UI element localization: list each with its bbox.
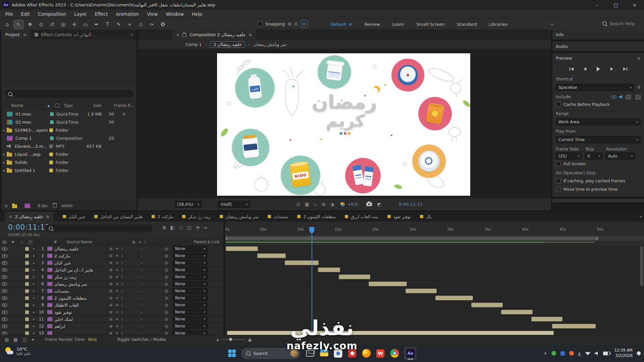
track-row-3[interactable] [225,259,644,266]
skip-dropdown[interactable]: 0▾ [585,153,603,160]
layer-bar-12[interactable] [552,324,595,328]
collapse-transformations-switch-icon[interactable]: ⊞ [109,275,112,279]
pickwhip-icon[interactable]: ◎ [163,275,170,279]
input-language-indicator[interactable]: ع [578,351,581,356]
parent-link-dropdown[interactable]: None▾ [172,330,208,336]
expand-icon[interactable]: ▸ [31,331,37,335]
quality-switch-icon[interactable]: \ [121,268,123,272]
expand-icon[interactable]: ▸ [31,247,37,250]
layer-bar-8[interactable] [435,296,473,300]
track-row-12[interactable] [225,323,644,330]
panel-scrollbar[interactable] [61,204,73,207]
quality-switch-icon[interactable]: \ [121,296,123,300]
menu-item-0[interactable]: File [1,11,17,17]
quality-switch-icon[interactable]: \ [121,275,123,279]
workspace-tab-review[interactable]: Review [364,22,380,27]
motion-blur-switch-icon[interactable]: ✦ [115,310,118,314]
after-effects-taskbar-button[interactable]: Ae [404,347,417,360]
delete-icon[interactable] [53,204,57,208]
start-button[interactable] [227,349,236,358]
layer-color-chip[interactable] [25,275,29,279]
timeline-tab-10[interactable]: بال [420,214,431,219]
layer-bar-4[interactable] [318,267,340,272]
tab-project[interactable]: Project ≡ [1,29,31,40]
track-row-1[interactable] [225,245,644,252]
menu-item-3[interactable]: Layer [70,11,91,17]
tray-green-app-icon[interactable] [551,351,556,356]
eye-icon[interactable] [0,317,9,321]
frame-blending-icon[interactable]: ◫ [187,225,192,230]
timeline-divider[interactable] [223,222,225,335]
work-area-bar[interactable] [226,237,598,240]
source-name-column[interactable]: Source Name [59,240,132,244]
previous-frame-button[interactable] [580,65,590,73]
next-frame-button[interactable] [607,65,617,73]
timeline-tab-2[interactable]: هايبر البستان من الداخل [94,214,143,219]
expand-layer-switches-icon[interactable]: ▤ [5,337,9,342]
collapse-transformations-switch-icon[interactable]: ⊞ [109,268,112,272]
menu-item-2[interactable]: Composition [34,11,70,17]
workspace-tab-learn[interactable]: Learn [392,22,404,27]
eye-icon[interactable] [0,254,9,258]
breadcrumb-comp1[interactable]: Comp 1 [185,42,202,47]
mode-cell[interactable]: - [133,324,150,329]
motion-blur-switch-icon[interactable]: ✦ [115,296,118,300]
render-settings-icon[interactable]: ✦ [31,337,35,342]
toggle-switches-modes-button[interactable]: Toggle Switches / Modes [117,337,166,342]
time-ruler[interactable]: :00s05s10s15s20s25s30s35s40s45s50s [225,227,644,236]
panel-overflow-icon[interactable]: » [130,32,137,37]
timeline-tab-0[interactable]: ×خلفيه رمضاان 2≡ [5,212,54,222]
parent-link-dropdown[interactable]: None▾ [172,274,208,280]
parent-link-dropdown[interactable]: None▾ [172,267,208,273]
preview-panel-header[interactable]: Preview ≡ [552,53,644,63]
breadcrumb-comp3[interactable]: تمر ويامش رمضان [254,42,286,47]
workspace-tab-default[interactable]: Default≡ [330,22,352,27]
collapse-transformations-switch-icon[interactable]: ⊞ [109,254,112,258]
roto-brush-tool-icon[interactable]: ✑ [147,20,156,29]
project-row-3[interactable]: Comp 1Composition25 [1,134,137,142]
parent-link-dropdown[interactable]: None▾ [172,302,208,308]
camera-orbit-tool-icon[interactable]: ◎ [59,20,68,29]
draft-3d-icon[interactable]: ◧ [170,225,175,230]
mode-cell[interactable]: - [133,331,150,336]
layer-row-6[interactable]: ▸6تمر ويامش رمضان⊞✦\-◎None▾ [0,281,223,288]
snap-3d-gizmo-button[interactable]: ⊡ [301,20,308,27]
collapse-transformations-switch-icon[interactable]: ⊞ [109,261,112,265]
layer-bar-1[interactable] [226,246,258,251]
motion-blur-switch-icon[interactable]: ✦ [115,275,118,279]
motion-blur-switch-icon[interactable]: ✦ [115,324,118,328]
motion-blur-switch-icon[interactable]: ✦ [115,247,118,251]
layer-row-9[interactable]: ▸9العاب الاطفال⊞✦\-◎None▾ [0,302,223,309]
timeline-tab-3[interactable]: ماركت 2 [152,214,173,219]
snapping-checkbox[interactable] [258,21,263,26]
quality-switch-icon[interactable]: \ [121,324,123,328]
expand-icon[interactable]: ▸ [31,275,37,279]
collapse-transformations-switch-icon[interactable]: ⊞ [109,310,112,314]
layer-row-4[interactable]: ▸4هايبر ا...ان من الداخل⊞✦\-◎None▾ [0,266,223,274]
quality-switch-icon[interactable]: \ [121,254,123,258]
layer-row-2[interactable]: ▸2ماركت 2⊞✦\-◎None▾ [0,252,223,259]
hide-shy-layers-icon[interactable]: ❍ [179,225,183,230]
layer-row-11[interactable]: ▸11لمتك احلي⊞✦\-◎None▾ [0,316,223,323]
mode-cell[interactable]: - [133,253,150,258]
info-panel-header[interactable]: Info [552,29,644,40]
expand-transfer-controls-icon[interactable]: ▦ [13,337,17,342]
motion-blur-switch-icon[interactable]: ✦ [115,268,118,272]
file-explorer-button[interactable] [320,349,329,358]
viewer-timecode[interactable]: 0:00:11:13 [399,202,423,207]
timeline-tabs-overflow-icon[interactable]: » [639,214,642,219]
collapse-transformations-switch-icon[interactable]: ⊞ [109,289,112,293]
first-frame-button[interactable] [567,65,577,73]
zoom-tool-icon[interactable]: ⊙ [37,20,46,29]
panel-menu-icon[interactable]: ≡ [637,56,641,61]
pickwhip-icon[interactable]: ◎ [163,324,170,328]
track-row-6[interactable] [225,281,644,288]
full-screen-checkbox[interactable] [556,161,561,166]
eye-icon[interactable] [0,261,9,265]
menu-item-5[interactable]: Animation [112,11,143,17]
move-time-checkbox[interactable] [556,187,561,192]
layer-bar-10[interactable] [501,310,533,314]
new-folder-icon[interactable] [12,204,17,208]
layer-color-chip[interactable] [25,247,29,251]
label-color-chip[interactable] [49,161,53,164]
